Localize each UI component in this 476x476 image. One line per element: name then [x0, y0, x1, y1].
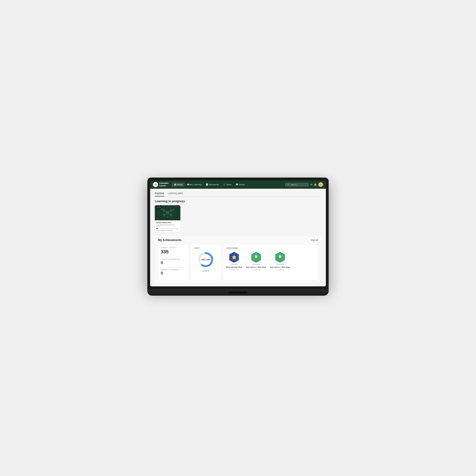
bell-icon[interactable]: 🔔 — [314, 183, 317, 186]
donut-label: 335 / 600 — [201, 258, 210, 261]
course-thumbnail: Course — [155, 205, 180, 220]
course-card[interactable]: Course — [155, 205, 180, 232]
section-title-learning: Learning in progress — [155, 199, 321, 203]
badge-name-1: Daily learning effort — [226, 266, 242, 268]
course-name: Active Molecules — [156, 221, 179, 224]
molecule-graphic: ⚙ — [159, 207, 176, 219]
february-points-value: 0 — [161, 261, 186, 265]
top-navigation: 🌿 Cannabis Career 🏠 Home 📖 My Learning — [150, 180, 326, 189]
badge-name-3: New source = New ideas — [270, 266, 290, 268]
badge-section: Latest badge ⭐ — [223, 244, 318, 280]
brand-name: Cannabis Career — [159, 182, 169, 187]
badge-icon-1: ⭐ — [232, 255, 237, 260]
badge-time-2: 3 months ago — [252, 269, 261, 271]
tab-learning-paths[interactable]: Learning paths — [168, 192, 183, 196]
course-info: Active Molecules Last opened December 5,… — [155, 220, 180, 232]
divider-2 — [161, 267, 186, 268]
nav-icon-group: ✉ 🔔 i — [310, 182, 323, 187]
level-name: Level 3 — [202, 270, 209, 272]
progress-bar-container — [156, 228, 179, 229]
main-content: Courses Learning paths Learning in progr… — [150, 189, 326, 286]
nav-item-home[interactable]: 🏠 Home — [172, 183, 185, 187]
view-all-link[interactable]: View all — [311, 239, 318, 241]
laptop-base — [147, 289, 329, 296]
search-box[interactable]: 🔍 Search — [285, 183, 308, 187]
badge-hex-2: 💡 — [251, 252, 261, 263]
laptop-frame: 🌿 Cannabis Career 🏠 Home 📖 My Learning — [147, 178, 329, 298]
progress-bar-fill — [156, 228, 158, 229]
january-points-value: 0 — [161, 271, 186, 275]
achievements-header: My Achievements View all — [158, 238, 318, 242]
nav-item-forum[interactable]: 💬 Forum — [234, 183, 247, 187]
badge-item-3: 💡 10 POINTS New source = New ideas 3 mon… — [270, 252, 290, 271]
badges-row: ⭐ 5 POINTS Daily learning effort 3 month… — [226, 252, 315, 271]
february-points-label: POINTS IN FEBRUARY — [161, 258, 186, 260]
badge-hex-3: 💡 — [275, 252, 285, 263]
january-points-label: POINTS IN JANUARY — [161, 269, 186, 271]
nav-item-resources[interactable]: 📄 Resources — [204, 183, 221, 187]
badge-item-1: ⭐ 5 POINTS Daily learning effort 3 month… — [226, 252, 242, 271]
level-card: Level 335 / 600 Level 3 — [191, 244, 221, 280]
badge-time-3: 3 months ago — [276, 269, 285, 271]
laptop-notch — [229, 291, 247, 293]
overall-points-value: 335 — [161, 249, 186, 255]
badge-section-title: Latest badge — [226, 247, 315, 249]
brand-logo[interactable]: 🌿 Cannabis Career — [153, 182, 169, 187]
brand-icon: 🌿 — [153, 182, 158, 187]
progress-text: 1/12 modules completed — [156, 230, 179, 231]
badge-item-2: 💡 10 POINTS New source = New ideas 3 mon… — [246, 252, 266, 271]
laptop-body: 🌿 Cannabis Career 🏠 Home 📖 My Learning — [147, 178, 329, 289]
badge-hex-1: ⭐ — [229, 252, 239, 263]
tab-courses[interactable]: Courses — [155, 192, 164, 196]
forum-icon: 💬 — [236, 183, 238, 186]
level-card-title: Level — [194, 247, 199, 249]
content-tabs: Courses Learning paths — [155, 192, 321, 197]
badge-points-3: 10 POINTS — [276, 264, 284, 265]
doc-icon: 📄 — [206, 183, 208, 186]
course-date: Last opened December 5, 2023 — [156, 224, 179, 227]
points-card: OVERALL POINTS 335 POINTS IN FEBRUARY 0 … — [158, 244, 188, 280]
store-icon: 🛒 — [223, 183, 226, 186]
badge-points-2: 10 POINTS — [252, 264, 260, 265]
search-icon: 🔍 — [287, 184, 289, 186]
badge-name-2: New source = New ideas — [246, 266, 266, 268]
notifications-icon[interactable]: ✉ — [310, 183, 312, 186]
nav-right-section: 🔍 Search ✉ 🔔 i — [285, 182, 323, 187]
laptop-screen: 🌿 Cannabis Career 🏠 Home 📖 My Learning — [150, 180, 326, 286]
nav-item-my-learning[interactable]: 📖 My Learning — [185, 183, 204, 187]
overall-points-label: OVERALL POINTS — [161, 247, 186, 248]
badge-icon-3: 💡 — [277, 255, 283, 260]
user-avatar[interactable]: i — [318, 182, 323, 187]
svg-text:⚙: ⚙ — [167, 216, 168, 218]
badge-points-1: 5 POINTS — [231, 264, 238, 265]
home-icon: 🏠 — [174, 183, 176, 186]
divider-1 — [161, 257, 186, 257]
nav-item-store[interactable]: 🛒 Store — [221, 183, 233, 187]
badge-icon-2: 💡 — [254, 255, 259, 260]
learning-in-progress-section: Learning in progress Course — [155, 199, 321, 232]
book-icon: 📖 — [187, 183, 189, 186]
badge-time-1: 3 months ago — [230, 269, 239, 271]
achievements-grid: OVERALL POINTS 335 POINTS IN FEBRUARY 0 … — [158, 244, 318, 280]
achievements-title: My Achievements — [158, 238, 182, 242]
achievements-section: My Achievements View all OVERALL POINTS … — [155, 236, 321, 283]
nav-items: 🏠 Home 📖 My Learning 📄 Resources 🛒 Store — [172, 183, 285, 187]
donut-chart: 335 / 600 — [198, 252, 214, 268]
